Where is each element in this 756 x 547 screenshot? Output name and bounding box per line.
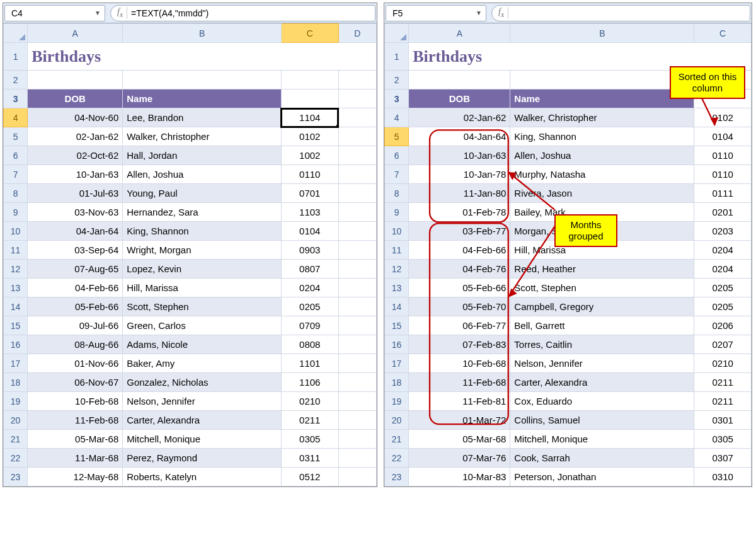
- col-header-b[interactable]: B: [510, 24, 694, 43]
- row-header[interactable]: 15: [4, 316, 28, 335]
- row-header[interactable]: 11: [4, 241, 28, 260]
- grid-left[interactable]: ABCD1Birthdays23DOBName404-Nov-60Lee, Br…: [3, 23, 377, 487]
- row-header[interactable]: 13: [4, 279, 28, 297]
- header-dob[interactable]: DOB: [28, 89, 123, 108]
- name-box[interactable]: F5 ▼: [386, 5, 486, 21]
- cell-empty[interactable]: [338, 411, 376, 430]
- cell-code[interactable]: 0701: [281, 184, 338, 203]
- select-all-corner[interactable]: [4, 24, 28, 43]
- cell-code[interactable]: 0512: [281, 468, 338, 487]
- row-header[interactable]: 19: [4, 392, 28, 411]
- cell-empty[interactable]: [338, 165, 376, 184]
- formula-input[interactable]: fx: [491, 5, 750, 21]
- cell-dob[interactable]: 11-Jan-80: [409, 184, 510, 203]
- cell-code[interactable]: 0205: [694, 279, 752, 297]
- cell-code[interactable]: 0310: [694, 468, 752, 487]
- cell-dob[interactable]: 02-Oct-62: [28, 146, 123, 165]
- col-header-c[interactable]: C: [281, 24, 338, 43]
- row-header[interactable]: 13: [385, 279, 409, 297]
- row-header[interactable]: 2: [4, 71, 28, 89]
- cell-dob[interactable]: 01-Nov-66: [28, 354, 123, 373]
- row-header[interactable]: 21: [4, 430, 28, 449]
- cell-name[interactable]: Campbell, Gregory: [510, 297, 694, 316]
- cell-dob[interactable]: 12-May-68: [28, 468, 123, 487]
- cell-dob[interactable]: 03-Nov-63: [28, 203, 123, 222]
- cell-code[interactable]: 0903: [281, 241, 338, 260]
- cell-dob[interactable]: 10-Jan-63: [409, 146, 510, 165]
- cell-name[interactable]: Allen, Joshua: [510, 146, 694, 165]
- cell-empty[interactable]: [338, 279, 376, 297]
- cell-empty[interactable]: [338, 354, 376, 373]
- cell-code[interactable]: 0210: [694, 354, 752, 373]
- row-header[interactable]: 9: [4, 203, 28, 222]
- cell-dob[interactable]: 04-Feb-76: [409, 260, 510, 279]
- cell-empty[interactable]: [338, 335, 376, 354]
- cell-empty[interactable]: [510, 71, 694, 89]
- col-header-a[interactable]: A: [28, 24, 123, 43]
- cell-name[interactable]: King, Shannon: [123, 222, 282, 241]
- cell-dob[interactable]: 07-Feb-83: [409, 335, 510, 354]
- cell-code[interactable]: 0204: [694, 260, 752, 279]
- cell-empty[interactable]: [338, 316, 376, 335]
- cell-code[interactable]: 0211: [694, 373, 752, 392]
- cell-dob[interactable]: 04-Jan-64: [409, 127, 510, 146]
- row-header[interactable]: 1: [385, 43, 409, 71]
- cell-name[interactable]: Carter, Alexandra: [123, 411, 282, 430]
- header-dob[interactable]: DOB: [409, 89, 510, 108]
- cell-code[interactable]: 0211: [281, 411, 338, 430]
- cell-name[interactable]: Hill, Marissa: [123, 279, 282, 297]
- cell-dob[interactable]: 11-Feb-81: [409, 392, 510, 411]
- row-header[interactable]: 12: [385, 260, 409, 279]
- cell-code[interactable]: 0203: [694, 222, 752, 241]
- cell-dob[interactable]: 10-Jan-78: [409, 165, 510, 184]
- cell-dob[interactable]: 11-Mar-68: [28, 449, 123, 468]
- cell-name[interactable]: Peterson, Jonathan: [510, 468, 694, 487]
- cell-dob[interactable]: 01-Feb-78: [409, 203, 510, 222]
- cell-dob[interactable]: 03-Feb-77: [409, 222, 510, 241]
- cell-dob[interactable]: 01-Jul-63: [28, 184, 123, 203]
- cell-code[interactable]: 0104: [281, 222, 338, 241]
- cell-name[interactable]: Mitchell, Monique: [123, 430, 282, 449]
- cell-code[interactable]: 0205: [694, 297, 752, 316]
- row-header[interactable]: 4: [4, 108, 28, 127]
- cell-name[interactable]: Wright, Morgan: [123, 241, 282, 260]
- row-header[interactable]: 16: [385, 335, 409, 354]
- cell-dob[interactable]: 11-Feb-68: [28, 411, 123, 430]
- cell-empty[interactable]: [338, 297, 376, 316]
- cell-empty[interactable]: [338, 430, 376, 449]
- cell-empty[interactable]: [338, 373, 376, 392]
- name-box[interactable]: C4 ▼: [4, 5, 105, 21]
- cell-code[interactable]: 0104: [694, 127, 752, 146]
- row-header[interactable]: 11: [385, 241, 409, 260]
- cell-name[interactable]: Bell, Garrett: [510, 316, 694, 335]
- cell-empty[interactable]: [338, 127, 376, 146]
- row-header[interactable]: 12: [4, 260, 28, 279]
- col-header-a[interactable]: A: [409, 24, 510, 43]
- cell-name[interactable]: King, Shannon: [510, 127, 694, 146]
- cell-name[interactable]: Gonzalez, Nicholas: [123, 373, 282, 392]
- row-header[interactable]: 14: [4, 297, 28, 316]
- select-all-corner[interactable]: [385, 24, 409, 43]
- cell-dob[interactable]: 02-Jan-62: [28, 127, 123, 146]
- cell-code[interactable]: 0211: [694, 392, 752, 411]
- row-header[interactable]: 20: [385, 411, 409, 430]
- row-header[interactable]: 21: [385, 430, 409, 449]
- cell-code[interactable]: 1002: [281, 146, 338, 165]
- cell-empty[interactable]: [338, 184, 376, 203]
- col-header-d[interactable]: D: [338, 24, 376, 43]
- row-header[interactable]: 18: [385, 373, 409, 392]
- row-header[interactable]: 22: [4, 449, 28, 468]
- row-header[interactable]: 18: [4, 373, 28, 392]
- cell-name[interactable]: Walker, Christopher: [510, 108, 694, 127]
- row-header[interactable]: 8: [385, 184, 409, 203]
- cell-code[interactable]: 0110: [694, 146, 752, 165]
- cell-dob[interactable]: 04-Nov-60: [28, 108, 123, 127]
- cell-dob[interactable]: 04-Feb-66: [28, 279, 123, 297]
- row-header[interactable]: 22: [385, 449, 409, 468]
- cell-name[interactable]: Mitchell, Monique: [510, 430, 694, 449]
- cell-dob[interactable]: 05-Mar-68: [28, 430, 123, 449]
- cell-name[interactable]: Baker, Amy: [123, 354, 282, 373]
- cell-dob[interactable]: 04-Feb-66: [409, 241, 510, 260]
- title-cell[interactable]: Birthdays: [28, 43, 377, 71]
- cell-code[interactable]: 0207: [694, 335, 752, 354]
